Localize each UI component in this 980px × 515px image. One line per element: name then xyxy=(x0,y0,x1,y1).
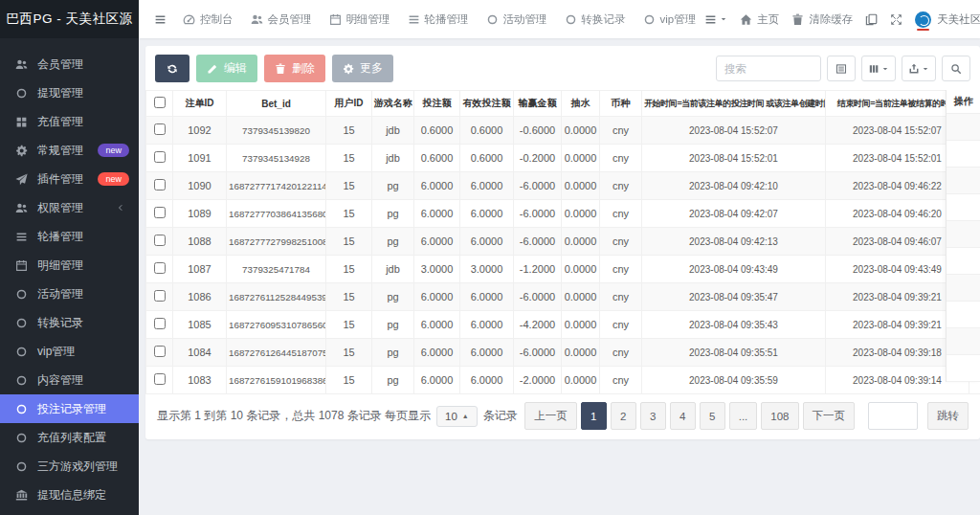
navbar-item[interactable]: vip管理 xyxy=(637,12,702,27)
table-cell: 1687277703864135680 xyxy=(227,200,326,228)
sidebar-item[interactable]: 权限管理 xyxy=(0,193,139,222)
navbar-item[interactable]: 转换记录 xyxy=(559,12,632,27)
navbar-item[interactable]: 轮播管理 xyxy=(402,12,475,27)
list-dropdown-button[interactable] xyxy=(704,13,727,26)
page-button[interactable]: 5 xyxy=(700,402,725,430)
card-view-toggle-button[interactable] xyxy=(827,56,856,81)
sidebar-item[interactable]: 会员管理 xyxy=(0,50,139,78)
actions-cell[interactable] xyxy=(947,194,980,221)
actions-cell[interactable] xyxy=(947,168,980,194)
row-checkbox[interactable] xyxy=(154,318,166,329)
users-icon xyxy=(14,202,29,214)
sidebar-item[interactable]: 常规管理new xyxy=(0,136,139,165)
sidebar-item[interactable]: 投注记录管理 xyxy=(0,394,139,423)
site-name: 天美社区源码网timibbs.net xyxy=(937,12,980,27)
prev-page-button[interactable]: 上一页 xyxy=(524,402,577,430)
columns-button[interactable] xyxy=(861,56,896,81)
page-button[interactable]: 2 xyxy=(611,402,636,430)
search-input[interactable] xyxy=(716,56,821,81)
page-button[interactable]: 1 xyxy=(581,402,607,430)
navbar-item-label: vip管理 xyxy=(660,12,697,27)
page-button[interactable]: 4 xyxy=(670,402,696,430)
fullscreen-button[interactable] xyxy=(890,13,902,26)
navbar-item[interactable]: 明细管理 xyxy=(323,12,396,27)
sidebar-item[interactable]: 转换记录 xyxy=(0,308,139,337)
actions-cell[interactable] xyxy=(947,275,980,302)
circle-icon xyxy=(14,432,29,444)
sidebar-item[interactable]: 三方游戏列管理 xyxy=(0,452,139,481)
navbar-item-label: 会员管理 xyxy=(268,12,312,27)
sidebar-item[interactable]: 明细管理 xyxy=(0,251,139,280)
actions-cell[interactable] xyxy=(947,355,980,382)
table-cell: 0.6000 xyxy=(460,117,514,145)
actions-cell[interactable] xyxy=(947,302,980,328)
edit-button[interactable]: 编辑 xyxy=(196,55,257,82)
sidebar-item[interactable]: 提现管理 xyxy=(0,78,139,107)
edit-label: 编辑 xyxy=(224,60,247,77)
page-button[interactable]: 3 xyxy=(640,402,666,430)
row-checkbox[interactable] xyxy=(154,151,166,163)
table-cell: 2023-08-04 09:42:10 xyxy=(642,172,826,200)
sidebar-item[interactable]: vip管理 xyxy=(0,337,139,366)
sidebar-item[interactable]: 充值管理 xyxy=(0,107,139,136)
table-cell: cny xyxy=(600,339,642,367)
table-cell: pg xyxy=(372,172,414,200)
sidebar-item[interactable]: 内容管理 xyxy=(0,366,139,394)
sidebar-item-label: 投注记录管理 xyxy=(37,401,106,417)
export-button[interactable] xyxy=(902,56,936,81)
next-page-button[interactable]: 下一页 xyxy=(803,402,856,430)
actions-cell[interactable] xyxy=(947,328,980,355)
export-icon xyxy=(908,63,920,75)
table-cell: -6.0000 xyxy=(514,200,562,228)
delete-button[interactable]: 删除 xyxy=(264,55,325,82)
table-row: 1090168727771742012211415pg6.00006.0000-… xyxy=(146,172,980,200)
sidebar-item[interactable]: 活动管理 xyxy=(0,280,139,308)
refresh-button[interactable] xyxy=(155,55,189,82)
navbar-item[interactable]: 会员管理 xyxy=(245,12,318,27)
row-checkbox[interactable] xyxy=(154,123,166,135)
actions-cell[interactable] xyxy=(947,141,980,168)
circle-icon xyxy=(14,460,29,473)
row-checkbox[interactable] xyxy=(154,262,166,274)
row-checkbox[interactable] xyxy=(154,179,166,190)
table-cell: 1086 xyxy=(173,283,227,311)
copy-page-button[interactable] xyxy=(865,13,878,26)
row-checkbox[interactable] xyxy=(154,207,166,218)
table-cell: cny xyxy=(600,367,642,394)
navbar-item[interactable]: 活动管理 xyxy=(480,12,553,27)
column-header: 用户ID xyxy=(326,91,372,117)
navbar-item[interactable]: 控制台 xyxy=(177,12,239,27)
sidebar-item[interactable]: 插件管理new xyxy=(0,165,139,193)
page-jump-input[interactable] xyxy=(868,402,918,430)
select-all-checkbox[interactable] xyxy=(154,97,166,108)
calendar-icon xyxy=(14,259,29,272)
table-cell: 6.0000 xyxy=(460,200,514,228)
row-checkbox[interactable] xyxy=(154,373,166,385)
clear-cache-link[interactable]: 清除缓存 xyxy=(791,12,853,27)
sidebar-item[interactable]: 提现信息绑定 xyxy=(0,481,139,509)
page-size-select[interactable]: 10 ▲ xyxy=(436,406,478,427)
table-cell: 2023-08-04 15:52:07 xyxy=(642,117,826,145)
actions-cell[interactable] xyxy=(947,221,980,248)
site-link[interactable]: 天美社区源码网timibbs.net xyxy=(915,11,980,28)
row-checkbox[interactable] xyxy=(154,346,166,357)
sidebar-item-label: 会员管理 xyxy=(37,56,83,73)
row-checkbox[interactable] xyxy=(154,290,166,302)
columns-icon xyxy=(868,63,880,75)
sidebar-item[interactable]: 轮播管理 xyxy=(0,222,139,251)
page-button[interactable]: 108 xyxy=(761,402,798,430)
table-row: 1083168727615910196838615pg6.00006.0000-… xyxy=(146,367,980,394)
actions-cell[interactable] xyxy=(947,248,980,275)
table-cell: 0.0000 xyxy=(562,256,600,283)
tachometer-icon xyxy=(183,13,195,26)
search-button[interactable] xyxy=(942,56,970,81)
sidebar-item[interactable]: 充值列表配置 xyxy=(0,423,139,452)
menu-toggle-icon[interactable] xyxy=(146,13,174,26)
home-link[interactable]: 主页 xyxy=(740,12,779,27)
more-button[interactable]: 更多 xyxy=(332,55,393,82)
navbar-item-label: 明细管理 xyxy=(346,12,390,27)
row-checkbox[interactable] xyxy=(154,235,166,246)
actions-cell[interactable] xyxy=(947,114,980,141)
jump-button[interactable]: 跳转 xyxy=(927,402,969,430)
more-label: 更多 xyxy=(360,60,383,77)
